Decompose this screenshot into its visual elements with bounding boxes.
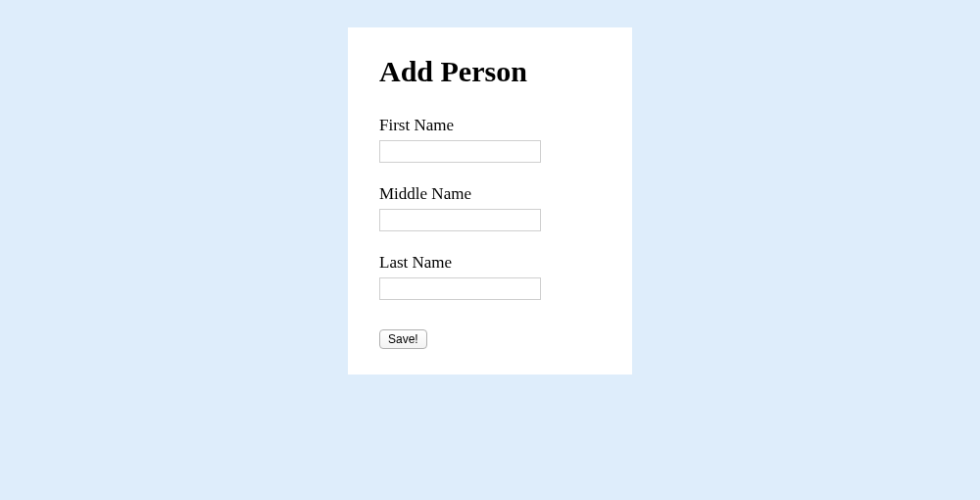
middle-name-field-group: Middle Name xyxy=(379,184,601,231)
save-button[interactable]: Save! xyxy=(379,329,427,349)
last-name-field-group: Last Name xyxy=(379,253,601,300)
last-name-input[interactable] xyxy=(379,277,541,300)
middle-name-label: Middle Name xyxy=(379,184,601,204)
middle-name-input[interactable] xyxy=(379,209,541,231)
first-name-field-group: First Name xyxy=(379,116,601,163)
first-name-label: First Name xyxy=(379,116,601,135)
last-name-label: Last Name xyxy=(379,253,601,273)
page-title: Add Person xyxy=(379,55,601,88)
first-name-input[interactable] xyxy=(379,140,541,163)
add-person-form: Add Person First Name Middle Name Last N… xyxy=(348,27,632,375)
